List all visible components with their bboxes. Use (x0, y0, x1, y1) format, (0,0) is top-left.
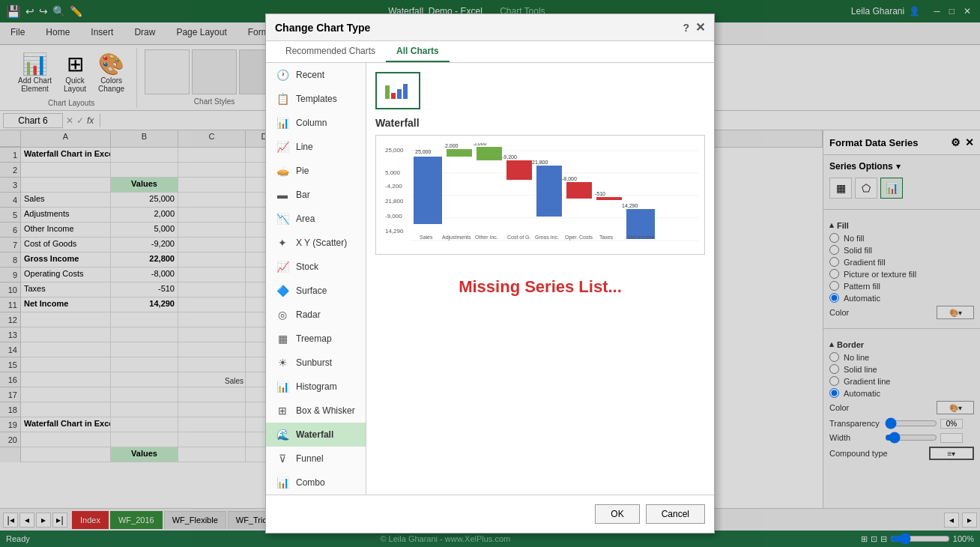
waterfall-preview-container[interactable]: 25,000 5,000 -4,200 21,800 -9,000 14,290 (375, 135, 705, 255)
sidebar-bar-label: Bar (296, 190, 310, 200)
svg-rect-0 (385, 85, 390, 99)
svg-text:5,000: 5,000 (385, 169, 401, 176)
waterfall-preview-svg: 25,000 5,000 -4,200 21,800 -9,000 14,290 (384, 143, 698, 248)
dialog-title: Change Chart Type (275, 22, 370, 34)
svg-text:5,000: 5,000 (474, 143, 487, 146)
svg-text:Oper. Costs: Oper. Costs (565, 235, 593, 241)
svg-text:Taxes: Taxes (599, 235, 614, 240)
dialog-sidebar-bar[interactable]: ▬ Bar (266, 183, 366, 207)
svg-text:Adjustments: Adjustments (442, 235, 471, 241)
dialog-body: 🕐 Recent 📋 Templates 📊 Column 📈 Line 🥧 (266, 63, 714, 495)
waterfall-icon: 🌊 (275, 429, 290, 441)
bar-icon: ▬ (275, 189, 290, 201)
dialog-sidebar-funnel[interactable]: ⊽ Funnel (266, 447, 366, 471)
sidebar-treemap-label: Treemap (296, 333, 332, 344)
funnel-icon: ⊽ (275, 453, 290, 465)
dialog-sidebar-column[interactable]: 📊 Column (266, 111, 366, 135)
pie-icon: 🥧 (275, 165, 290, 177)
waterfall-chart-thumb-svg (383, 78, 413, 104)
svg-text:-4,200: -4,200 (385, 183, 402, 190)
sidebar-recent-label: Recent (296, 70, 324, 80)
sidebar-templates-label: Templates (296, 94, 337, 104)
missing-series-text: Missing Series List... (375, 277, 705, 486)
xy-icon: ✦ (275, 237, 290, 249)
area-icon: 📉 (275, 213, 290, 225)
histogram-icon: 📊 (275, 381, 290, 393)
dialog-sidebar-line[interactable]: 📈 Line (266, 135, 366, 159)
svg-text:25,000: 25,000 (385, 147, 404, 154)
sidebar-waterfall-label: Waterfall (296, 429, 333, 440)
dialog-sidebar-histogram[interactable]: 📊 Histogram (266, 375, 366, 399)
line-icon: 📈 (275, 141, 290, 153)
dialog-tab-recommended[interactable]: Recommended Charts (275, 41, 386, 62)
column-icon: 📊 (275, 117, 290, 129)
dialog-sidebar-area[interactable]: 📉 Area (266, 207, 366, 231)
svg-rect-3 (403, 84, 408, 99)
stock-icon: 📈 (275, 261, 290, 273)
ok-button[interactable]: OK (595, 504, 639, 524)
svg-text:14,290: 14,290 (385, 228, 404, 235)
dialog-main: Waterfall 25,000 5,000 -4,200 21,800 -9,… (366, 63, 714, 495)
dialog-sidebar-box-whisker[interactable]: ⊞ Box & Whisker (266, 399, 366, 423)
dialog-sidebar-templates[interactable]: 📋 Templates (266, 87, 366, 111)
dialog-title-bar: Change Chart Type ? ✕ (266, 14, 714, 41)
box-whisker-icon: ⊞ (275, 405, 290, 417)
svg-rect-15 (414, 157, 442, 224)
svg-text:-8,000: -8,000 (562, 176, 577, 181)
svg-text:Other Inc.: Other Inc. (475, 235, 498, 240)
svg-text:2,000: 2,000 (445, 143, 459, 148)
sunburst-icon: ☀ (275, 357, 290, 369)
sidebar-box-whisker-label: Box & Whisker (296, 405, 355, 416)
svg-rect-33 (596, 197, 622, 200)
sidebar-sunburst-label: Sunburst (296, 357, 332, 368)
svg-rect-2 (397, 89, 402, 99)
dialog-help-btn[interactable]: ? (683, 22, 689, 34)
templates-icon: 📋 (275, 93, 290, 105)
sidebar-pie-label: Pie (296, 166, 309, 176)
dialog-sidebar-recent[interactable]: 🕐 Recent (266, 63, 366, 87)
recent-icon: 🕐 (275, 69, 290, 81)
radar-icon: ◎ (275, 309, 290, 321)
dialog-sidebar-treemap[interactable]: ▦ Treemap (266, 327, 366, 351)
dialog-sidebar-surface[interactable]: 🔷 Surface (266, 279, 366, 303)
svg-text:-510: -510 (595, 191, 605, 196)
sidebar-column-label: Column (296, 118, 327, 128)
combo-icon: 📊 (275, 477, 290, 489)
surface-icon: 🔷 (275, 285, 290, 297)
waterfall-type-btn[interactable] (375, 72, 420, 109)
sidebar-histogram-label: Histogram (296, 381, 337, 392)
dialog-sidebar-radar[interactable]: ◎ Radar (266, 303, 366, 327)
dialog-sidebar-waterfall[interactable]: 🌊 Waterfall (266, 423, 366, 447)
change-chart-type-dialog: Change Chart Type ? ✕ Recommended Charts… (265, 13, 715, 534)
svg-text:21,800: 21,800 (385, 198, 404, 205)
sidebar-area-label: Area (296, 214, 315, 224)
dialog-sidebar-pie[interactable]: 🥧 Pie (266, 159, 366, 183)
svg-rect-24 (506, 160, 532, 180)
svg-text:-9,000: -9,000 (385, 213, 402, 220)
dialog-controls: ? ✕ (683, 20, 705, 34)
svg-text:25,000: 25,000 (415, 149, 432, 154)
svg-text:Sales: Sales (420, 235, 433, 240)
svg-text:21,800: 21,800 (532, 160, 548, 165)
dialog-sidebar: 🕐 Recent 📋 Templates 📊 Column 📈 Line 🥧 (266, 63, 366, 495)
svg-rect-18 (447, 149, 472, 157)
dialog-sidebar-stock[interactable]: 📈 Stock (266, 255, 366, 279)
dialog-close-btn[interactable]: ✕ (695, 20, 705, 34)
dialog-footer: OK Cancel (266, 495, 714, 533)
dialog-sidebar-sunburst[interactable]: ☀ Sunburst (266, 351, 366, 375)
sidebar-surface-label: Surface (296, 285, 327, 296)
sidebar-line-label: Line (296, 142, 313, 152)
svg-rect-27 (536, 166, 562, 217)
dialog-overlay: Change Chart Type ? ✕ Recommended Charts… (0, 0, 980, 547)
dialog-sidebar-combo[interactable]: 📊 Combo (266, 471, 366, 495)
cancel-button[interactable]: Cancel (646, 504, 705, 524)
sidebar-radar-label: Radar (296, 309, 321, 320)
chart-type-icons-row (375, 72, 705, 109)
dialog-tab-all[interactable]: All Charts (386, 41, 450, 62)
svg-rect-1 (391, 93, 396, 99)
svg-text:Cost of G.: Cost of G. (507, 235, 531, 240)
svg-text:Gross Inc.: Gross Inc. (535, 235, 559, 240)
dialog-sidebar-xy[interactable]: ✦ X Y (Scatter) (266, 231, 366, 255)
treemap-icon: ▦ (275, 333, 290, 345)
svg-text:-9,200: -9,200 (502, 154, 517, 160)
